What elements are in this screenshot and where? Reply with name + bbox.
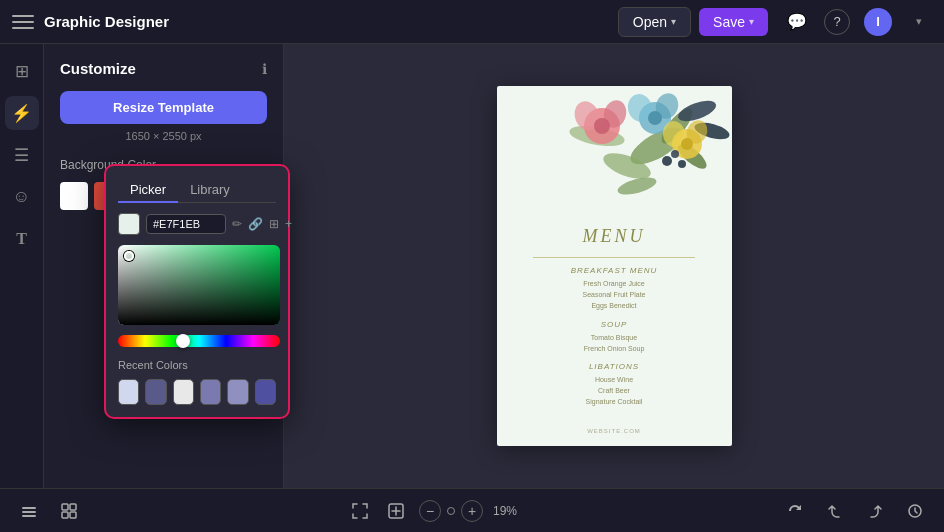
svg-rect-25	[22, 515, 36, 517]
section1-title: BREAKFAST MENU	[571, 266, 658, 275]
svg-point-22	[678, 160, 686, 168]
color-picker-popup: Picker Library ✏ 🔗 ⊞ + Recent Colors	[104, 164, 290, 419]
fullscreen-icon[interactable]	[347, 498, 373, 524]
svg-rect-27	[70, 504, 76, 510]
transform-icon[interactable]	[383, 498, 409, 524]
bottom-bar: − + 19%	[0, 488, 944, 532]
bottom-left	[16, 498, 82, 524]
icon-bar: ⊞ ⚡ ☰ ☺ T	[0, 44, 44, 488]
hue-thumb	[176, 334, 190, 348]
link-icon[interactable]: 🔗	[248, 213, 263, 235]
panel-header: Customize ℹ	[60, 60, 267, 77]
svg-rect-26	[62, 504, 68, 510]
zoom-dot	[447, 507, 455, 515]
topbar: Graphic Designer Open ▾ Save ▾ 💬 ? I ▾	[0, 0, 944, 44]
avatar[interactable]: I	[864, 8, 892, 36]
zoom-in-button[interactable]: +	[461, 500, 483, 522]
undo-icon[interactable]	[822, 498, 848, 524]
canvas-document: MENU BREAKFAST MENU Fresh Orange JuiceSe…	[497, 86, 732, 446]
comment-icon[interactable]: 💬	[784, 9, 810, 35]
grid-icon[interactable]: ⊞	[269, 213, 279, 235]
recent-swatch-1[interactable]	[118, 379, 139, 405]
menu-content: MENU BREAKFAST MENU Fresh Orange JuiceSe…	[497, 216, 732, 426]
iconbar-item-people[interactable]: ☺	[5, 180, 39, 214]
iconbar-item-customize[interactable]: ⚡	[5, 96, 39, 130]
gradient-dark-overlay	[118, 245, 280, 325]
bottom-center-controls: − + 19%	[347, 498, 517, 524]
zoom-controls: − +	[419, 500, 483, 522]
menu-divider	[533, 257, 695, 258]
layers-icon[interactable]	[16, 498, 42, 524]
resize-dimensions: 1650 × 2550 px	[60, 130, 267, 142]
recent-swatch-2[interactable]	[145, 379, 166, 405]
hamburger-menu-icon[interactable]	[12, 11, 34, 33]
redo-icon[interactable]	[862, 498, 888, 524]
save-button[interactable]: Save ▾	[699, 8, 768, 36]
recent-swatch-5[interactable]	[227, 379, 248, 405]
menu-title: MENU	[583, 226, 646, 247]
iconbar-item-grid[interactable]: ⊞	[5, 54, 39, 88]
recent-colors-row	[118, 379, 276, 405]
svg-point-11	[594, 118, 610, 134]
edit-icon[interactable]: ✏	[232, 213, 242, 235]
menu-footer: WEBSITE.COM	[497, 428, 732, 434]
open-button[interactable]: Open ▾	[618, 7, 691, 37]
resize-template-button[interactable]: Resize Template	[60, 91, 267, 124]
section2-title: SOUP	[601, 320, 628, 329]
info-icon[interactable]: ℹ	[262, 61, 267, 77]
svg-rect-29	[70, 512, 76, 518]
gradient-cursor	[124, 251, 134, 261]
recent-swatch-6[interactable]	[255, 379, 276, 405]
history-icon[interactable]	[902, 498, 928, 524]
add-icon[interactable]: +	[285, 213, 292, 235]
zoom-out-button[interactable]: −	[419, 500, 441, 522]
svg-point-19	[681, 138, 693, 150]
picker-hex-row: ✏ 🔗 ⊞ +	[118, 213, 276, 235]
section3-items: House WineCraft BeerSignature Cocktail	[586, 374, 643, 408]
recent-swatch-4[interactable]	[200, 379, 221, 405]
floral-area	[497, 86, 732, 216]
help-icon[interactable]: ?	[824, 9, 850, 35]
tab-library[interactable]: Library	[178, 178, 242, 203]
refresh-icon[interactable]	[782, 498, 808, 524]
tab-picker[interactable]: Picker	[118, 178, 178, 203]
grid-toggle-icon[interactable]	[56, 498, 82, 524]
swatch-white[interactable]	[60, 182, 88, 210]
svg-point-20	[662, 156, 672, 166]
svg-point-21	[671, 150, 679, 158]
iconbar-item-text[interactable]: T	[5, 222, 39, 256]
svg-rect-28	[62, 512, 68, 518]
topbar-right-icons: 💬 ? I ▾	[784, 8, 932, 36]
hue-slider[interactable]	[118, 335, 280, 347]
bottom-right-controls	[782, 498, 928, 524]
picker-tabs: Picker Library	[118, 178, 276, 203]
picker-current-color	[118, 213, 140, 235]
gradient-canvas[interactable]	[118, 245, 280, 325]
iconbar-item-layers[interactable]: ☰	[5, 138, 39, 172]
main-area: ⊞ ⚡ ☰ ☺ T Customize ℹ Resize Template 16…	[0, 44, 944, 488]
panel-title: Customize	[60, 60, 136, 77]
svg-rect-23	[22, 507, 36, 509]
section3-title: LIBATIONS	[589, 362, 639, 371]
section1-items: Fresh Orange JuiceSeasonal Fruit PlateEg…	[582, 278, 645, 312]
save-chevron-icon: ▾	[749, 16, 754, 27]
section2-items: Tomato BisqueFrench Onion Soup	[584, 332, 645, 354]
svg-rect-24	[22, 511, 36, 513]
recent-colors-label: Recent Colors	[118, 359, 276, 371]
hex-input[interactable]	[146, 214, 226, 234]
canvas-area[interactable]: MENU BREAKFAST MENU Fresh Orange JuiceSe…	[284, 44, 944, 488]
app-title: Graphic Designer	[44, 13, 608, 30]
svg-point-15	[648, 111, 662, 125]
expand-icon[interactable]: ▾	[906, 9, 932, 35]
open-chevron-icon: ▾	[671, 16, 676, 27]
zoom-level: 19%	[493, 504, 517, 518]
topbar-actions: Open ▾ Save ▾	[618, 7, 768, 37]
recent-swatch-3[interactable]	[173, 379, 194, 405]
